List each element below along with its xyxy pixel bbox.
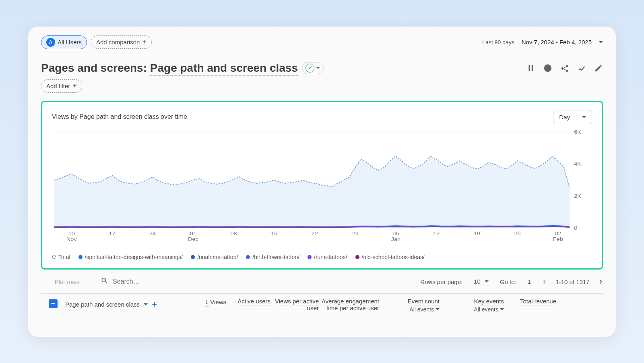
svg-text:29: 29 xyxy=(352,230,359,236)
legend-label: Total xyxy=(58,254,70,260)
caret-down-icon xyxy=(436,308,440,310)
svg-text:10: 10 xyxy=(68,230,75,236)
search-icon xyxy=(101,277,109,286)
svg-text:12: 12 xyxy=(433,230,440,236)
audience-badge-icon: A xyxy=(46,38,55,47)
granularity-select[interactable]: Day xyxy=(553,110,592,124)
legend-dot xyxy=(191,255,195,259)
goto-label: Go to: xyxy=(500,278,516,285)
table-header-row: − Page path and screen class + ↓ Views A… xyxy=(41,293,603,313)
add-comparison-label: Add comparison xyxy=(96,39,140,46)
dimension-picker[interactable]: Page path and screen class xyxy=(150,62,298,76)
page-title: Pages and screens: Page path and screen … xyxy=(41,62,298,75)
plus-icon: + xyxy=(72,82,77,90)
event-count-filter[interactable]: All events xyxy=(379,306,440,313)
svg-text:0: 0 xyxy=(574,225,577,230)
search-input[interactable] xyxy=(113,278,193,285)
col-total-revenue[interactable]: Total revenue xyxy=(504,298,556,305)
svg-text:Jan: Jan xyxy=(391,236,400,242)
legend-item[interactable]: Total xyxy=(52,254,70,260)
caret-down-icon xyxy=(485,280,489,282)
legend-label: /unalome-tattoo/ xyxy=(197,254,238,260)
legend-label: /birth-flower-tattoo/ xyxy=(252,254,299,260)
add-filter-label: Add filter xyxy=(46,83,70,89)
legend-item[interactable]: /rune-tattoos/ xyxy=(308,254,347,260)
rows-per-page-select[interactable]: 10 xyxy=(471,277,491,286)
insights-icon[interactable] xyxy=(543,64,552,73)
legend-dot xyxy=(78,255,83,259)
caret-down-icon xyxy=(316,67,320,69)
svg-text:22: 22 xyxy=(312,230,318,236)
legend-item[interactable]: /old-school-tattoos-ideas/ xyxy=(355,254,425,260)
legend-dot xyxy=(52,255,56,259)
legend-label: /rune-tattoos/ xyxy=(314,254,347,260)
legend-label: /spiritual-tattoo-designs-with-meanings/ xyxy=(85,254,183,260)
svg-text:Dec: Dec xyxy=(188,236,198,242)
audience-label: All Users xyxy=(58,39,82,46)
caret-down-icon[interactable] xyxy=(599,41,603,43)
legend-label: /old-school-tattoos-ideas/ xyxy=(362,254,425,260)
caret-down-icon xyxy=(582,116,586,118)
rows-per-page-label: Rows per page: xyxy=(420,278,462,285)
col-avg-engagement[interactable]: Average engagement time per active user xyxy=(319,298,379,311)
svg-text:19: 19 xyxy=(474,230,481,236)
chart-plot[interactable]: 02K4K6K10Nov172401Dec0815222905Jan121926… xyxy=(52,128,592,249)
trend-icon[interactable] xyxy=(577,64,586,73)
svg-text:Feb: Feb xyxy=(553,236,563,242)
granularity-value: Day xyxy=(559,114,570,120)
sort-down-icon: ↓ xyxy=(205,298,208,307)
check-icon: ✓ xyxy=(305,64,314,73)
svg-text:6K: 6K xyxy=(574,129,582,135)
add-filter-button[interactable]: Add filter + xyxy=(41,79,82,93)
titlebar: Pages and screens: Page path and screen … xyxy=(41,62,603,75)
next-page-icon[interactable]: › xyxy=(599,276,603,287)
audience-chip[interactable]: A All Users xyxy=(41,35,87,49)
svg-text:4K: 4K xyxy=(574,161,582,167)
svg-text:08: 08 xyxy=(231,230,237,236)
page-range: 1-10 of 1317 xyxy=(555,278,589,285)
table-controls: Plot rows Rows per page: 10 Go to: 1 ‹ 1… xyxy=(41,270,603,289)
svg-text:05: 05 xyxy=(392,230,399,236)
title-status-dropdown[interactable]: ✓ xyxy=(302,62,324,74)
goto-input[interactable]: 1 xyxy=(525,277,533,286)
legend-dot xyxy=(308,255,312,259)
plot-rows-button[interactable]: Plot rows xyxy=(41,274,93,289)
edit-icon[interactable] xyxy=(594,64,603,73)
svg-text:26: 26 xyxy=(514,230,521,236)
svg-text:24: 24 xyxy=(149,230,156,236)
svg-text:01: 01 xyxy=(190,230,196,236)
title-actions xyxy=(526,64,603,73)
compare-icon[interactable] xyxy=(526,64,535,73)
svg-text:02: 02 xyxy=(555,230,561,236)
share-icon[interactable] xyxy=(560,64,569,73)
svg-text:15: 15 xyxy=(271,230,278,236)
date-range-label: Last 90 days xyxy=(482,39,514,46)
col-active-users[interactable]: Active users xyxy=(226,298,270,305)
date-range-value[interactable]: Nov 7, 2024 - Feb 4, 2025 xyxy=(522,39,592,46)
svg-text:Nov: Nov xyxy=(66,236,77,242)
col-key-events[interactable]: Key events All events xyxy=(440,298,504,313)
legend-item[interactable]: /unalome-tattoo/ xyxy=(191,254,238,260)
svg-text:2K: 2K xyxy=(574,193,582,199)
legend-item[interactable]: /spiritual-tattoo-designs-with-meanings/ xyxy=(78,254,183,260)
add-dimension-button[interactable]: + xyxy=(152,299,157,310)
plus-icon: + xyxy=(142,38,147,46)
caret-down-icon xyxy=(500,308,504,310)
key-events-filter[interactable]: All events xyxy=(440,306,504,313)
add-comparison-button[interactable]: Add comparison + xyxy=(91,35,152,49)
chart-card: Views by Page path and screen class over… xyxy=(41,101,603,270)
select-all-checkbox[interactable]: − xyxy=(49,299,58,308)
chart-legend: Total/spiritual-tattoo-designs-with-mean… xyxy=(52,254,592,260)
topbar: A All Users Add comparison + Last 90 day… xyxy=(41,34,603,55)
caret-down-icon[interactable] xyxy=(144,303,148,305)
prev-page-icon[interactable]: ‹ xyxy=(542,276,547,287)
col-event-count[interactable]: Event count All events xyxy=(379,298,440,313)
col-views-per-user[interactable]: Views per active user xyxy=(270,298,319,311)
svg-text:17: 17 xyxy=(109,230,115,236)
legend-dot xyxy=(246,255,250,259)
col-views[interactable]: ↓ Views xyxy=(178,298,226,306)
dimension-column-header[interactable]: Page path and screen class xyxy=(65,301,140,308)
chart-title: Views by Page path and screen class over… xyxy=(52,113,187,120)
legend-item[interactable]: /birth-flower-tattoo/ xyxy=(246,254,299,260)
legend-dot xyxy=(355,255,359,259)
